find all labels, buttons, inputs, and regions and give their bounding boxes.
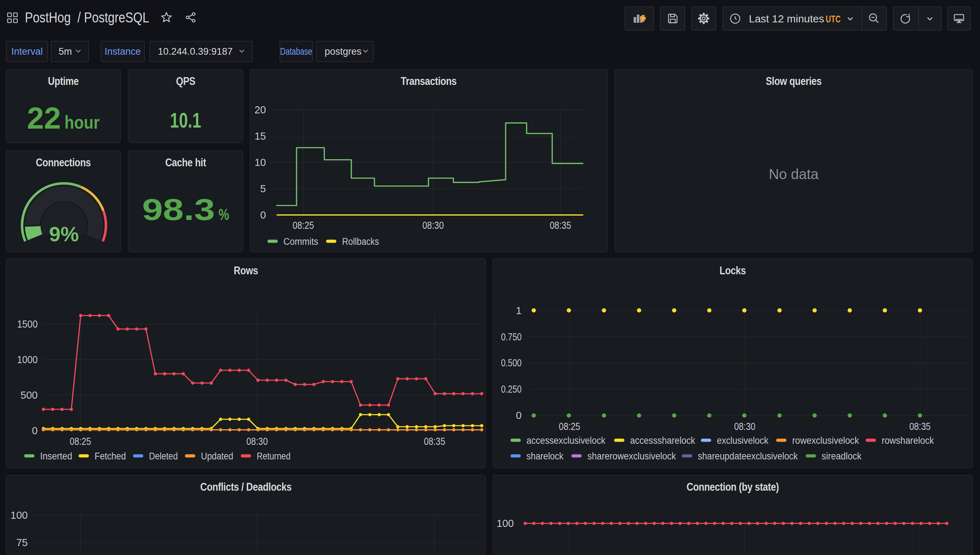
svg-text:exclusivelock: exclusivelock (717, 435, 768, 446)
svg-text:5: 5 (260, 183, 266, 194)
svg-text:rowsharelock: rowsharelock (882, 435, 934, 446)
svg-text:08:35: 08:35 (909, 421, 930, 432)
svg-text:Deleted: Deleted (149, 451, 178, 462)
svg-text:10: 10 (254, 157, 266, 168)
svg-text:0: 0 (32, 425, 38, 436)
svg-text:22hour: 22hour (27, 101, 100, 135)
svg-text:08:30: 08:30 (246, 436, 268, 447)
svg-text:15: 15 (254, 130, 266, 142)
svg-text:500: 500 (21, 390, 38, 401)
svg-text:98.3%: 98.3% (142, 192, 229, 226)
svg-text:Updated: Updated (201, 451, 233, 462)
svg-text:08:30: 08:30 (734, 421, 755, 432)
svg-text:08:35: 08:35 (424, 436, 445, 447)
svg-text:08:25: 08:25 (70, 436, 91, 447)
svg-text:sharerowexclusivelock: sharerowexclusivelock (587, 451, 676, 462)
svg-text:0.250: 0.250 (501, 383, 521, 395)
svg-text:1000: 1000 (17, 354, 38, 365)
svg-text:Inserted: Inserted (40, 451, 72, 462)
svg-text:08:25: 08:25 (293, 220, 314, 231)
svg-text:100: 100 (497, 518, 514, 529)
svg-text:0.750: 0.750 (501, 331, 521, 343)
svg-text:accesssharelock: accesssharelock (630, 435, 695, 446)
svg-text:Commits: Commits (283, 236, 318, 247)
svg-text:75: 75 (16, 537, 28, 548)
svg-text:Fetched: Fetched (95, 451, 126, 462)
svg-text:1500: 1500 (17, 318, 38, 330)
svg-text:1: 1 (516, 305, 521, 316)
svg-text:08:30: 08:30 (422, 220, 444, 231)
svg-text:9%: 9% (49, 223, 79, 245)
svg-text:0: 0 (260, 209, 266, 221)
svg-text:sireadlock: sireadlock (822, 451, 862, 462)
svg-text:10.1: 10.1 (170, 108, 201, 132)
svg-text:No data: No data (769, 166, 819, 182)
svg-text:accessexclusivelock: accessexclusivelock (527, 435, 605, 446)
svg-text:20: 20 (254, 104, 266, 115)
svg-text:100: 100 (11, 510, 28, 521)
svg-text:08:35: 08:35 (550, 220, 571, 231)
svg-text:0: 0 (516, 410, 521, 421)
svg-text:sharelock: sharelock (527, 451, 563, 462)
svg-text:Returned: Returned (257, 451, 291, 462)
svg-text:rowexclusivelock: rowexclusivelock (792, 435, 859, 446)
svg-text:shareupdateexclusivelock: shareupdateexclusivelock (698, 451, 798, 462)
svg-text:Rollbacks: Rollbacks (342, 236, 379, 247)
svg-text:08:25: 08:25 (559, 421, 580, 432)
svg-text:0.500: 0.500 (501, 357, 521, 369)
